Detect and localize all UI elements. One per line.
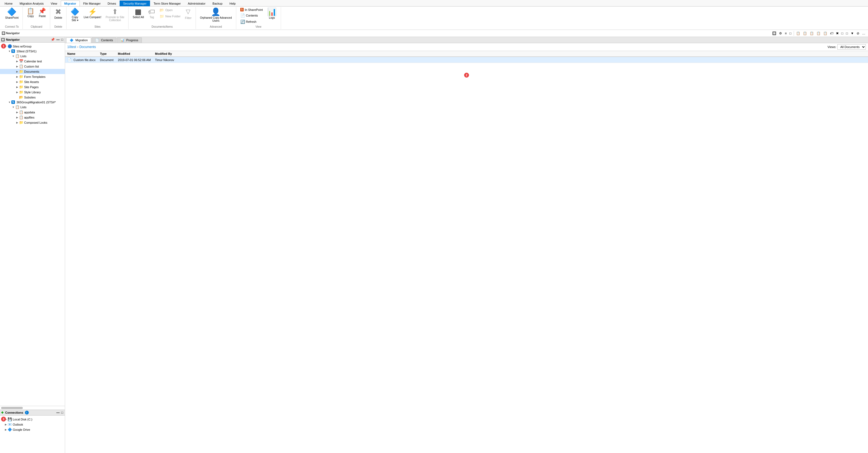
live-compare-button[interactable]: ⚡ Live Compare!	[82, 7, 103, 20]
tab-backup[interactable]: Backup	[209, 1, 226, 6]
open-button[interactable]: 📂 Open	[158, 7, 182, 13]
logs-button[interactable]: 📊 Logs	[265, 7, 279, 20]
tab-home[interactable]: Home	[1, 1, 16, 6]
views-dropdown[interactable]: All Documents	[837, 44, 866, 50]
logs-label: Logs	[269, 16, 275, 19]
tab-migration-analysis[interactable]: Migration Analysis	[16, 1, 47, 6]
toolbar-icon-2[interactable]: ⚙	[778, 31, 783, 36]
ribbon-group-advanced: 👤 Orphaned Copy AdvancedUsers Advanced	[196, 7, 236, 29]
tab-security-manager[interactable]: Security Manager	[120, 1, 150, 6]
promote-site-collection-button[interactable]: ⬆ Promote to SiteCollection	[104, 7, 126, 23]
content-toolbar-icon-10[interactable]: ▼	[849, 31, 855, 36]
content-toolbar-icon-9[interactable]: □	[845, 31, 849, 36]
tab-migrator[interactable]: Migrator	[61, 1, 80, 6]
col-name: Name	[65, 51, 98, 57]
nav-pin-icon[interactable]: 📌	[50, 37, 55, 42]
breadcrumb-10test[interactable]: 10test	[67, 45, 76, 49]
composed-looks-label: Composed Looks	[24, 121, 48, 124]
connections-tree: ▶ 💾 Local Disk (C:) ▶ 📧 Outlook ▶ 🔷 Goog…	[0, 416, 65, 453]
orphaned-users-button[interactable]: 👤 Orphaned Copy AdvancedUsers	[198, 7, 234, 23]
tree-item-appfiles[interactable]: ▶ 📋 appfiles	[0, 115, 65, 120]
tree-item-365groupmigration[interactable]: ▼ S 365GroupMigration01 (STS#*	[0, 100, 65, 104]
content-toolbar-icon-7[interactable]: ✖	[835, 31, 840, 36]
nav-minimize-icon[interactable]: —	[56, 37, 60, 42]
tree-item-subsites[interactable]: ▶ 📂 Subsites	[0, 95, 65, 100]
tab-drives[interactable]: Drives	[104, 1, 120, 6]
style-library-label: Style Library	[24, 91, 41, 94]
open-label: Open	[165, 8, 173, 12]
tree-item-site-pages[interactable]: ▶ 📁 Site Pages	[0, 84, 65, 90]
tree-item-form-templates[interactable]: ▶ 📁 Form Templates	[0, 74, 65, 79]
conn-item-local-disk[interactable]: ▶ 💾 Local Disk (C:)	[0, 417, 65, 422]
connections-info-icon: i	[25, 411, 29, 415]
word-doc-icon: 📄	[67, 58, 72, 62]
sharepoint-button[interactable]: 🔷 SharePoint	[3, 7, 20, 20]
live-compare-icon: ⚡	[88, 8, 97, 15]
content-toolbar-icon-5[interactable]: 📋	[822, 31, 828, 36]
contents-view-button[interactable]: 📄 Contents	[239, 12, 265, 19]
conn-minimize-icon[interactable]: —	[56, 411, 60, 415]
tree-item-10test[interactable]: ▼ S 10test (STS#1)	[0, 49, 65, 54]
tree-item-appdata[interactable]: ▶ 📋 appdata	[0, 110, 65, 115]
tab-view[interactable]: View	[47, 1, 61, 6]
conn-maximize-icon[interactable]: □	[61, 411, 64, 415]
toolbar-icon-1[interactable]: 🔲	[771, 31, 777, 36]
badge-2: 2	[464, 73, 469, 78]
tree-item-site-assets[interactable]: ▶ 📁 Site Assets	[0, 79, 65, 84]
migration-tab-icon: 🔷	[70, 38, 73, 42]
refresh-label: Refresh	[246, 20, 257, 23]
tree-item-sites-w-group[interactable]: ▼ 🔵 Sites w/Group	[0, 44, 65, 49]
tag-button[interactable]: 🏷 Tag	[146, 7, 157, 20]
content-toolbar-icon-11[interactable]: ⊘	[856, 31, 860, 36]
delete-icon: ✖	[55, 8, 61, 16]
file-modified-by: Timur Nikonov	[155, 58, 175, 62]
tree-item-custom-list[interactable]: ▶ 📋 Custom list	[0, 64, 65, 69]
navigator-panel: 🔲 Navigator 📌 — □ 1 ▼ 🔵 Sites w/Group ▼ …	[0, 37, 65, 453]
breadcrumb-documents[interactable]: Documents	[80, 45, 96, 49]
10test-label: 10test (STS#1)	[17, 50, 37, 53]
365groupmigration-label: 365GroupMigration01 (STS#*	[17, 101, 56, 104]
content-toolbar-icon-2[interactable]: 📋	[802, 31, 808, 36]
paste-button[interactable]: 📌 Paste	[37, 7, 48, 19]
tree-item-style-library[interactable]: ▶ 📁 Style Library	[0, 90, 65, 95]
col-modified: Modified	[116, 51, 153, 57]
content-toolbar-icon-1[interactable]: 📋	[795, 31, 801, 36]
copy-site-button[interactable]: 🔷 CopySite ▾	[69, 7, 81, 23]
content-toolbar-icon-6[interactable]: 🏷	[829, 31, 834, 36]
content-toolbar-icon-4[interactable]: 📋	[815, 31, 822, 36]
tree-item-lists-1[interactable]: ▼ 📋 Lists	[0, 54, 65, 59]
copy-button[interactable]: 📋 Copy	[25, 7, 36, 19]
delete-button[interactable]: ✖ Delete	[52, 7, 64, 20]
tab-contents[interactable]: 📄 Contents	[92, 37, 116, 43]
tree-hscroll[interactable]	[0, 406, 65, 410]
tab-term-store-manager[interactable]: Term Store Manager	[150, 1, 184, 6]
tab-migration[interactable]: 🔷 Migration	[66, 37, 91, 43]
open-icon: 📂	[159, 8, 164, 12]
tree-hscroll-thumb[interactable]	[1, 407, 23, 409]
tab-file-manager[interactable]: File Manager	[80, 1, 104, 6]
content-toolbar-icon-12[interactable]: …	[861, 31, 866, 36]
tab-progress[interactable]: 📊 Progress	[117, 37, 142, 43]
conn-item-google-drive[interactable]: ▶ 🔷 Google Drive	[0, 427, 65, 432]
select-all-button[interactable]: ▦ Select All	[131, 7, 146, 20]
toolbar-icon-4[interactable]: □	[788, 31, 792, 36]
toolbar-icon-3[interactable]: ≡	[784, 31, 788, 36]
refresh-button[interactable]: 🔄 Refresh	[239, 19, 265, 25]
toolbar-right-icons: 🔲 ⚙ ≡ □ 📋 📋 📋 📋 📋 🏷 ✖ □ □ ▼ ⊘ …	[771, 31, 866, 36]
content-toolbar-icon-8[interactable]: □	[840, 31, 844, 36]
tab-administrator[interactable]: Administrator	[184, 1, 209, 6]
table-row[interactable]: 📄 Custom file.docx Document 2019-07-01 0…	[65, 57, 868, 63]
appdata-label: appdata	[24, 111, 35, 114]
conn-item-outlook[interactable]: ▶ 📧 Outlook	[0, 422, 65, 427]
tree-item-documents[interactable]: ▶ 📁 Documents	[0, 69, 65, 74]
tree-item-calendar-test[interactable]: ▶ 📅 Calendar test	[0, 59, 65, 64]
tab-help[interactable]: Help	[226, 1, 239, 6]
content-toolbar-icon-3[interactable]: 📋	[809, 31, 815, 36]
new-folder-button[interactable]: 📁 New Folder	[158, 13, 182, 19]
google-drive-label: Google Drive	[13, 428, 30, 431]
in-sharepoint-button[interactable]: S In SharePoint	[239, 7, 265, 12]
tree-item-lists-2[interactable]: ▼ 📋 Lists	[0, 104, 65, 110]
filter-button[interactable]: ▽ Filter	[183, 7, 193, 21]
tree-item-composed-looks[interactable]: ▶ 📁 Composed Looks	[0, 120, 65, 125]
nav-maximize-icon[interactable]: □	[61, 37, 64, 42]
